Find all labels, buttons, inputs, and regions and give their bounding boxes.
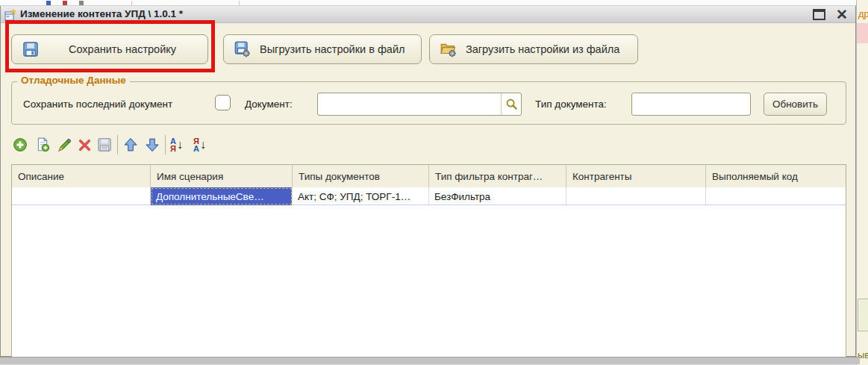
divider [239,1,240,5]
window-title: Изменение контента УПД \ 1.0.1 * [20,8,183,19]
cell-counterparty-filter-type[interactable]: БезФильтра [429,187,566,205]
save-settings-label: Сохранить настройку [48,43,197,55]
sort-arrow: ↓ [177,136,183,154]
arrow-up-icon [123,137,138,152]
titlebar[interactable]: Изменение контента УПД \ 1.0.1 * ✕ [1,6,855,23]
export-settings-button[interactable]: Выгрузить настройки в файл [223,34,422,64]
arrow-down-icon [145,137,160,152]
background-app-top-strip [0,0,868,6]
column-header-counterparties[interactable]: Контрагенты [566,165,706,187]
document-label: Документ: [245,99,293,110]
copy-add-icon [35,137,50,152]
close-icon[interactable]: ✕ [836,6,848,23]
folder-gear-icon [440,41,457,57]
add-row-button[interactable] [11,136,29,154]
sort-ascending-button[interactable]: А Я ↓ [170,134,193,155]
sort-descending-button[interactable]: Я А ↓ [193,134,216,155]
save-last-doc-label: Сохранить последний документ [23,99,172,110]
add-icon [13,137,28,152]
delete-row-button[interactable] [75,136,93,154]
background-mini-icon [63,1,67,5]
document-field-wrap [317,93,522,116]
divider [131,1,132,5]
cell-doc-types[interactable]: Акт; СФ; УПД; ТОРГ-1… [293,187,429,205]
toolbar-separator [165,135,166,155]
import-settings-label: Загрузить настройки из файла [466,43,619,55]
toolbar-separator [117,135,118,155]
document-input[interactable] [318,93,502,115]
magnifier-icon [505,98,518,110]
table-header-row: Описание Имя сценария Типы документов Ти… [12,165,846,187]
import-settings-button[interactable]: Загрузить настройки из файла [429,34,638,64]
save-settings-button[interactable]: Сохранить настройку [11,34,208,64]
background-mini-icon [46,1,51,5]
refresh-button[interactable]: Обновить [764,93,827,116]
cell-description[interactable] [12,187,151,205]
doc-type-field-wrap [631,93,751,116]
bottom-frame-bar [0,357,860,364]
delete-x-icon [78,138,92,152]
floppy-icon [22,41,39,57]
save-list-button-disabled[interactable] [96,136,113,154]
refresh-label: Обновить [772,99,818,110]
cell-counterparties[interactable] [566,187,706,205]
sort-arrow: ↓ [200,136,206,154]
background-mini-icon [79,1,84,5]
background-pink-block [857,23,868,43]
maximize-icon[interactable] [813,9,825,20]
save-last-doc-checkbox[interactable] [215,95,231,110]
copy-row-button[interactable] [34,136,51,154]
screen: др ыв Изменение контента УПД \ 1.0.1 * ✕ [0,0,868,365]
move-up-button[interactable] [122,136,140,154]
form-icon [4,9,16,21]
edit-row-button[interactable] [55,136,73,154]
cell-executed-code[interactable] [706,187,846,205]
document-lookup-button[interactable] [501,93,521,115]
column-header-scenario-name[interactable]: Имя сценария [151,165,293,187]
column-header-counterparty-filter-type[interactable]: Тип фильтра контраг… [429,165,566,187]
background-button-edge [858,299,868,331]
pencil-icon [57,138,72,152]
scenarios-table: Описание Имя сценария Типы документов Ти… [11,164,846,358]
column-header-doc-types[interactable]: Типы документов [293,165,429,187]
export-settings-label: Выгрузить настройки в файл [260,43,405,55]
cell-scenario-name-selected[interactable]: ДополнительныеСве… [151,187,293,205]
column-header-executed-code[interactable]: Выполняемый код [706,165,846,187]
floppy-gear-icon [234,41,251,57]
dialog-window: Изменение контента УПД \ 1.0.1 * ✕ Сохра… [0,6,856,357]
floppy-disabled-icon [97,137,112,152]
doc-type-input[interactable] [632,93,750,115]
sort-desc-icon: Я А [193,137,199,152]
groupbox-title: Отладочные Данные [17,75,130,86]
table-row[interactable]: ДополнительныеСве… Акт; СФ; УПД; ТОРГ-1…… [12,187,846,205]
sort-asc-icon: А Я [170,137,176,152]
background-clipped-text: др [858,8,868,19]
doc-type-label: Тип документа: [535,99,607,110]
column-header-description[interactable]: Описание [12,165,151,187]
background-window-edge: др ыв [856,0,868,365]
move-down-button[interactable] [143,136,161,154]
